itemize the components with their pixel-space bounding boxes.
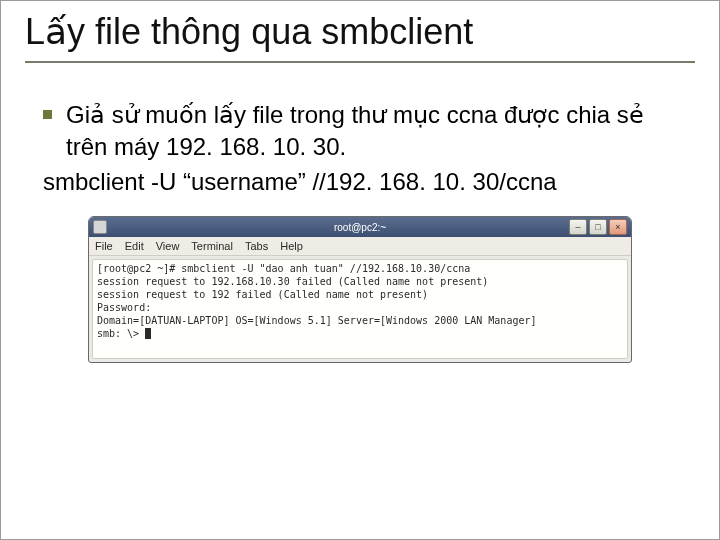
menu-edit[interactable]: Edit	[125, 240, 144, 252]
cursor-icon	[145, 328, 151, 339]
bullet-icon	[43, 110, 52, 119]
terminal-app-icon	[93, 220, 107, 234]
terminal-title-text: root@pc2:~	[89, 222, 631, 233]
command-line-text: smbclient -U “username” //192. 168. 10. …	[43, 166, 689, 198]
terminal-line: session request to 192 failed (Called na…	[97, 289, 428, 300]
maximize-button[interactable]: □	[589, 219, 607, 235]
terminal-line: session request to 192.168.10.30 failed …	[97, 276, 488, 287]
minimize-button[interactable]: –	[569, 219, 587, 235]
terminal-line: smb: \>	[97, 328, 145, 339]
terminal-line: Password:	[97, 302, 151, 313]
close-button[interactable]: ×	[609, 219, 627, 235]
terminal-line: [root@pc2 ~]# smbclient -U "dao anh tuan…	[97, 263, 470, 274]
terminal-body[interactable]: [root@pc2 ~]# smbclient -U "dao anh tuan…	[92, 259, 628, 359]
bullet-text: Giả sử muốn lấy file trong thư mục ccna …	[66, 99, 689, 164]
bullet-item: Giả sử muốn lấy file trong thư mục ccna …	[43, 99, 689, 164]
menu-tabs[interactable]: Tabs	[245, 240, 268, 252]
menu-file[interactable]: File	[95, 240, 113, 252]
slide-title: Lấy file thông qua smbclient	[25, 9, 695, 63]
slide-body: Giả sử muốn lấy file trong thư mục ccna …	[43, 99, 689, 198]
terminal-window: root@pc2:~ – □ × File Edit View Terminal…	[88, 216, 632, 363]
terminal-line: Domain=[DATUAN-LAPTOP] OS=[Windows 5.1] …	[97, 315, 537, 326]
menu-view[interactable]: View	[156, 240, 180, 252]
menu-help[interactable]: Help	[280, 240, 303, 252]
terminal-menubar: File Edit View Terminal Tabs Help	[89, 237, 631, 256]
terminal-titlebar: root@pc2:~ – □ ×	[89, 217, 631, 237]
menu-terminal[interactable]: Terminal	[191, 240, 233, 252]
